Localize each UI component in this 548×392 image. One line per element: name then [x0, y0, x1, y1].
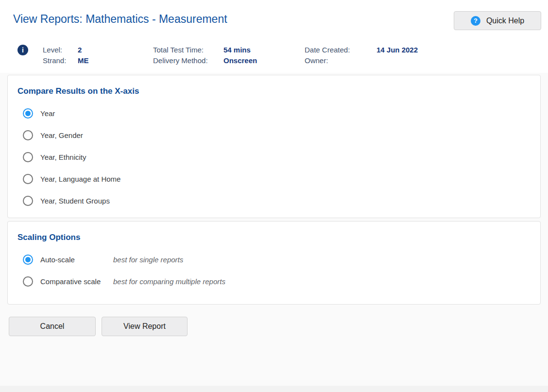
radio-button[interactable]: [23, 130, 33, 140]
meta-pair-delivery-method: Delivery Method: Onscreen: [153, 55, 305, 66]
radio-option-hint: best for comparing multiple reports: [113, 277, 225, 286]
meta-pair-strand: Strand: ME: [43, 55, 153, 66]
quick-help-label: Quick Help: [486, 17, 524, 25]
meta-value: 14 Jun 2022: [377, 45, 418, 55]
radio-option-label: Year, Ethnicity: [40, 153, 86, 161]
meta-label: Total Test Time:: [153, 45, 223, 55]
meta-label: Delivery Method:: [153, 55, 223, 66]
meta-pair-level: Level: 2: [43, 45, 153, 55]
meta-label: Level:: [43, 45, 78, 55]
compare-results-section: Compare Results on the X-axis Year Year,…: [7, 75, 541, 218]
radio-button[interactable]: [23, 255, 33, 265]
meta-label: Strand:: [43, 55, 78, 66]
footer-strip: [0, 386, 548, 392]
radio-option-label: Year, Student Groups: [40, 197, 110, 205]
meta-value: ME: [78, 55, 89, 66]
scaling-radio-group: Auto-scale best for single reports Compa…: [23, 254, 531, 287]
meta-value: Onscreen: [223, 55, 257, 66]
meta-column-level-strand: Level: 2 Strand: ME: [43, 45, 153, 66]
compare-section-heading: Compare Results on the X-axis: [17, 86, 531, 97]
meta-label: Owner:: [305, 55, 377, 66]
meta-pair-total-test-time: Total Test Time: 54 mins: [153, 45, 305, 55]
view-report-button[interactable]: View Report: [102, 317, 188, 336]
radio-option-year[interactable]: Year: [23, 108, 531, 119]
meta-value: 2: [78, 45, 82, 55]
radio-option-label: Comparative scale: [40, 277, 113, 286]
radio-option-hint: best for single reports: [113, 256, 183, 264]
radio-option-year-language-at-home[interactable]: Year, Language at Home: [23, 173, 531, 184]
radio-button[interactable]: [23, 196, 33, 206]
radio-option-auto-scale[interactable]: Auto-scale best for single reports: [23, 254, 531, 265]
radio-button[interactable]: [23, 108, 33, 119]
radio-button[interactable]: [23, 276, 33, 287]
meta-pair-date-created: Date Created: 14 Jun 2022: [305, 45, 465, 55]
info-icon: i: [17, 45, 28, 55]
radio-option-year-student-groups[interactable]: Year, Student Groups: [23, 195, 531, 206]
radio-option-year-gender[interactable]: Year, Gender: [23, 130, 531, 140]
scaling-options-section: Scaling Options Auto-scale best for sing…: [7, 221, 541, 305]
action-buttons: Cancel View Report: [9, 317, 548, 336]
radio-option-year-ethnicity[interactable]: Year, Ethnicity: [23, 152, 531, 162]
meta-pair-owner: Owner:: [305, 55, 465, 66]
radio-option-label: Year: [40, 109, 55, 118]
meta-column-created-owner: Date Created: 14 Jun 2022 Owner:: [305, 45, 465, 66]
meta-column-time-delivery: Total Test Time: 54 mins Delivery Method…: [153, 45, 305, 66]
help-icon: ?: [471, 16, 480, 26]
page-header: View Reports: Mathematics - Measurement …: [0, 0, 548, 73]
meta-label: Date Created:: [305, 45, 377, 55]
radio-option-label: Year, Gender: [40, 131, 83, 139]
radio-option-comparative-scale[interactable]: Comparative scale best for comparing mul…: [23, 276, 531, 287]
radio-button[interactable]: [23, 152, 33, 162]
radio-option-label: Year, Language at Home: [40, 175, 120, 183]
scaling-section-heading: Scaling Options: [17, 232, 531, 243]
quick-help-button[interactable]: ? Quick Help: [454, 11, 541, 30]
x-axis-radio-group: Year Year, Gender Year, Ethnicity Year, …: [23, 108, 531, 206]
test-meta-row: i Level: 2 Strand: ME Total Test Time: 5…: [17, 45, 541, 66]
radio-option-label: Auto-scale: [40, 256, 113, 264]
spacer: [0, 336, 548, 386]
radio-button[interactable]: [23, 174, 33, 184]
meta-value: 54 mins: [223, 45, 251, 55]
cancel-button[interactable]: Cancel: [9, 317, 96, 336]
